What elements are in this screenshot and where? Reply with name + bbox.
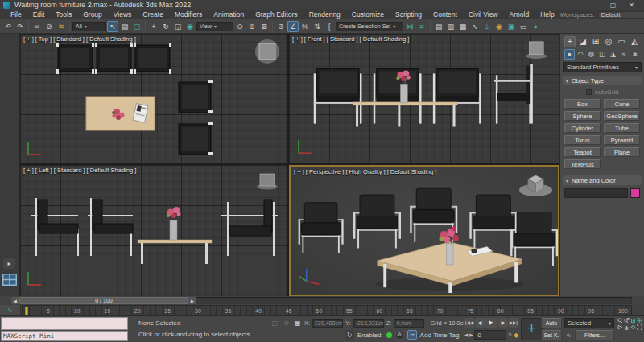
unlink-selection-icon[interactable]: ⊘ bbox=[43, 21, 55, 32]
set-key-big-button[interactable]: + bbox=[521, 318, 543, 340]
minimize-button[interactable]: — bbox=[591, 1, 597, 10]
viewport-front[interactable]: [ + ] [ Front ] [ Standard ] [ Default S… bbox=[289, 34, 559, 163]
go-to-end-button[interactable]: ▶▶| bbox=[509, 318, 518, 328]
category-shapes-icon[interactable]: ◠ bbox=[576, 49, 586, 60]
bind-to-space-warp-icon[interactable]: ≋ bbox=[56, 21, 67, 32]
menu-item[interactable]: Arnold bbox=[504, 10, 535, 19]
object-type-rollout-header[interactable]: ▾ Object Type bbox=[563, 76, 642, 85]
key-prev-icon[interactable]: ◀ bbox=[464, 332, 468, 337]
mirror-icon[interactable]: ⋈ bbox=[404, 21, 415, 32]
menu-item[interactable]: Help bbox=[535, 10, 559, 19]
zoom-all-icon[interactable] bbox=[624, 318, 630, 323]
menu-item[interactable]: Graph Editors bbox=[250, 10, 303, 19]
object-type-button[interactable]: Teapot bbox=[564, 147, 601, 157]
menu-item[interactable]: Rendering bbox=[303, 10, 346, 19]
selection-filter-dropdown[interactable]: All ▾ bbox=[72, 22, 106, 31]
object-type-button[interactable]: GeoSphere bbox=[604, 111, 640, 121]
time-tag-icon[interactable]: ▱ bbox=[407, 330, 417, 340]
maximize-viewport-icon[interactable] bbox=[637, 324, 642, 330]
percent-snap-icon[interactable]: % bbox=[299, 21, 311, 32]
object-type-button[interactable]: Box bbox=[564, 99, 601, 109]
edit-named-sets-icon[interactable]: { bbox=[324, 21, 335, 32]
y-coordinate-field[interactable]: -213,331cm bbox=[353, 319, 384, 328]
category-cameras-icon[interactable]: ◫ bbox=[597, 49, 608, 60]
isolate-selection-icon[interactable]: ◱ bbox=[270, 319, 279, 328]
tab-create-icon[interactable]: + bbox=[564, 36, 576, 47]
viewport-perspective-label[interactable]: [ + ] [ Perspective ] [ High Quality ] [… bbox=[294, 168, 436, 175]
key-next-icon[interactable]: ▶ bbox=[469, 332, 473, 337]
select-and-link-icon[interactable]: ∞ bbox=[31, 21, 43, 32]
play-button[interactable]: ▶ bbox=[485, 318, 497, 328]
object-type-button[interactable]: Cone bbox=[604, 99, 640, 109]
object-type-button[interactable]: Sphere bbox=[564, 111, 601, 121]
object-type-button[interactable]: Plane bbox=[604, 147, 640, 157]
field-of-view-icon[interactable] bbox=[617, 324, 623, 330]
key-filter-dropdown[interactable]: Selected ▾ bbox=[564, 318, 614, 328]
menu-item[interactable]: Modifiers bbox=[169, 10, 208, 19]
autogrid-checkbox[interactable] bbox=[586, 89, 592, 95]
select-and-rotate-icon[interactable]: ↻ bbox=[160, 21, 171, 32]
rectangular-selection-region-icon[interactable]: ▢ bbox=[131, 21, 142, 32]
maxscript-input[interactable] bbox=[1, 317, 128, 330]
render-production-icon[interactable]: ◕ bbox=[530, 21, 541, 32]
selection-lock-icon[interactable]: ⊘ bbox=[282, 319, 291, 328]
curve-editor-icon[interactable]: ∿ bbox=[469, 21, 481, 32]
material-editor-icon[interactable]: ◉ bbox=[493, 21, 505, 32]
object-type-button[interactable]: TextPlus bbox=[564, 159, 601, 169]
category-geometry-icon[interactable]: ● bbox=[564, 49, 575, 60]
filter-curve-icon[interactable]: ∿ bbox=[564, 330, 573, 340]
time-slider-handle[interactable]: 0 / 100 bbox=[19, 297, 188, 304]
category-helpers-icon[interactable]: ◮ bbox=[608, 49, 618, 60]
previous-frame-button[interactable]: ◀| bbox=[475, 318, 485, 328]
workspaces-dropdown[interactable]: Default ▾ bbox=[598, 11, 644, 19]
select-object-icon[interactable]: ↖ bbox=[107, 21, 118, 32]
loop-icon[interactable]: ↻ bbox=[345, 330, 354, 340]
rendered-frame-window-icon[interactable]: ▭ bbox=[518, 21, 529, 32]
tab-display-icon[interactable]: ▭ bbox=[616, 36, 627, 47]
menu-item[interactable]: Tools bbox=[50, 10, 77, 19]
select-and-scale-icon[interactable]: ◱ bbox=[172, 21, 184, 32]
object-type-button[interactable]: Cylinder bbox=[564, 123, 601, 133]
select-and-move-icon[interactable]: + bbox=[148, 21, 159, 32]
tab-modify-icon[interactable]: ◪ bbox=[577, 36, 588, 47]
use-pivot-center-icon[interactable]: ⊙ bbox=[234, 21, 246, 32]
tab-hierarchy-icon[interactable]: ⊞ bbox=[590, 36, 601, 47]
frame-spinner[interactable]: ⇅ bbox=[508, 332, 512, 337]
object-type-button[interactable]: Tube bbox=[604, 123, 640, 133]
set-key-button[interactable]: Set K. bbox=[541, 330, 562, 340]
layout-tab-arrow-icon[interactable]: ▸ bbox=[3, 258, 15, 269]
transform-typein-icon[interactable]: ▦ bbox=[293, 319, 302, 328]
create-selection-set-dropdown[interactable]: Create Selection Set ▾ bbox=[336, 22, 403, 31]
maxscript-mini-listener[interactable]: MAXScript Mini bbox=[1, 317, 128, 341]
undo-icon[interactable]: ↶ bbox=[2, 21, 14, 32]
menu-item[interactable]: Content bbox=[427, 10, 463, 19]
reference-coordinate-dropdown[interactable]: View ▾ bbox=[196, 22, 233, 31]
ribbon-toggle-icon[interactable]: ▦ bbox=[457, 21, 469, 32]
close-button[interactable]: ✕ bbox=[629, 1, 634, 10]
z-coordinate-field[interactable]: 0,0cm bbox=[394, 319, 424, 328]
select-by-name-icon[interactable]: ▤ bbox=[119, 21, 130, 32]
current-frame-field[interactable]: 0 bbox=[474, 330, 506, 340]
redo-icon[interactable]: ↷ bbox=[14, 21, 26, 32]
category-lights-icon[interactable]: ◍ bbox=[586, 49, 597, 60]
zoom-icon[interactable] bbox=[617, 318, 623, 323]
viewport-left-label[interactable]: [ + ] [ Left ] [ Standard ] [ Default Sh… bbox=[23, 167, 136, 174]
viewport-top-label[interactable]: [ + ] [ Top ] [ Standard ] [ Default Sha… bbox=[23, 35, 136, 43]
orbit-icon[interactable] bbox=[630, 324, 636, 330]
mini-curve-editor-icon[interactable]: ∿ bbox=[0, 305, 21, 315]
maximize-button[interactable]: ▢ bbox=[610, 1, 617, 10]
menu-item[interactable]: Views bbox=[108, 10, 138, 19]
name-color-rollout-header[interactable]: ▾ Name and Color bbox=[563, 175, 642, 185]
category-spacewarps-icon[interactable]: ≈ bbox=[619, 49, 630, 60]
object-type-button[interactable]: Pyramid bbox=[604, 135, 640, 145]
category-systems-icon[interactable]: ∗ bbox=[630, 49, 640, 60]
select-and-manipulate-icon[interactable]: ⊕ bbox=[246, 21, 258, 32]
tab-utilities-icon[interactable]: ◭ bbox=[629, 36, 640, 47]
object-name-field[interactable] bbox=[564, 188, 628, 198]
select-and-place-icon[interactable]: ◉ bbox=[184, 21, 196, 32]
menu-item[interactable]: Group bbox=[77, 10, 108, 19]
time-slider-next-icon[interactable]: ▶ bbox=[188, 297, 196, 304]
disable-icon[interactable]: ⊘ bbox=[395, 331, 404, 340]
scene-explorer-icon[interactable]: ▤ bbox=[433, 21, 444, 32]
align-icon[interactable]: ≡ bbox=[416, 21, 427, 32]
